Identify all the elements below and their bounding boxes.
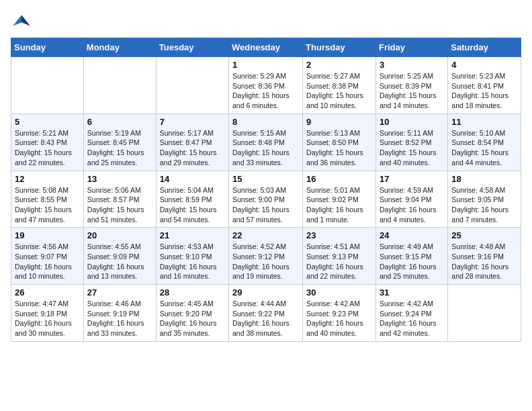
day-info: Sunrise: 4:42 AM Sunset: 9:24 PM Dayligh… <box>380 299 444 338</box>
logo-icon <box>11 11 32 32</box>
day-info: Sunrise: 4:59 AM Sunset: 9:04 PM Dayligh… <box>380 185 444 225</box>
calendar-cell: 26Sunrise: 4:47 AM Sunset: 9:18 PM Dayli… <box>11 285 84 342</box>
day-info: Sunrise: 5:13 AM Sunset: 8:50 PM Dayligh… <box>306 128 372 168</box>
day-number: 29 <box>232 287 299 298</box>
day-info: Sunrise: 4:42 AM Sunset: 9:23 PM Dayligh… <box>306 299 372 338</box>
day-info: Sunrise: 5:19 AM Sunset: 8:45 PM Dayligh… <box>87 128 152 168</box>
calendar-cell: 11Sunrise: 5:10 AM Sunset: 8:54 PM Dayli… <box>448 113 521 171</box>
calendar-header-row: SundayMondayTuesdayWednesdayThursdayFrid… <box>11 38 521 57</box>
calendar-cell: 20Sunrise: 4:55 AM Sunset: 9:09 PM Dayli… <box>83 228 156 285</box>
day-info: Sunrise: 4:44 AM Sunset: 9:22 PM Dayligh… <box>232 299 299 338</box>
page-header <box>11 11 521 32</box>
calendar-cell: 13Sunrise: 5:06 AM Sunset: 8:57 PM Dayli… <box>83 171 156 228</box>
calendar-cell: 9Sunrise: 5:13 AM Sunset: 8:50 PM Daylig… <box>303 113 376 171</box>
calendar-cell: 19Sunrise: 4:56 AM Sunset: 9:07 PM Dayli… <box>11 228 84 285</box>
day-number: 22 <box>232 230 299 240</box>
calendar-cell: 10Sunrise: 5:11 AM Sunset: 8:52 PM Dayli… <box>375 113 447 171</box>
day-number: 19 <box>15 230 80 240</box>
calendar-cell: 14Sunrise: 5:04 AM Sunset: 8:59 PM Dayli… <box>156 171 228 228</box>
calendar-cell: 29Sunrise: 4:44 AM Sunset: 9:22 PM Dayli… <box>229 285 303 342</box>
day-info: Sunrise: 5:23 AM Sunset: 8:41 PM Dayligh… <box>451 71 517 111</box>
day-info: Sunrise: 5:25 AM Sunset: 8:39 PM Dayligh… <box>380 71 444 111</box>
day-info: Sunrise: 4:45 AM Sunset: 9:20 PM Dayligh… <box>160 299 225 338</box>
calendar-cell <box>83 57 156 114</box>
day-info: Sunrise: 4:56 AM Sunset: 9:07 PM Dayligh… <box>15 242 80 281</box>
day-info: Sunrise: 4:48 AM Sunset: 9:16 PM Dayligh… <box>451 242 517 281</box>
calendar-day-header: Saturday <box>448 38 521 57</box>
day-number: 26 <box>15 287 80 298</box>
calendar-cell: 3Sunrise: 5:25 AM Sunset: 8:39 PM Daylig… <box>375 57 447 114</box>
day-number: 9 <box>306 117 372 127</box>
calendar-cell: 25Sunrise: 4:48 AM Sunset: 9:16 PM Dayli… <box>448 228 521 285</box>
day-info: Sunrise: 5:10 AM Sunset: 8:54 PM Dayligh… <box>451 128 517 168</box>
day-info: Sunrise: 5:15 AM Sunset: 8:48 PM Dayligh… <box>232 128 299 168</box>
day-info: Sunrise: 5:21 AM Sunset: 8:43 PM Dayligh… <box>15 128 80 168</box>
calendar-cell: 22Sunrise: 4:52 AM Sunset: 9:12 PM Dayli… <box>229 228 303 285</box>
day-number: 27 <box>87 287 152 298</box>
day-number: 18 <box>451 174 517 184</box>
day-info: Sunrise: 5:04 AM Sunset: 8:59 PM Dayligh… <box>160 185 225 225</box>
day-number: 6 <box>87 117 152 127</box>
calendar-cell: 27Sunrise: 4:46 AM Sunset: 9:19 PM Dayli… <box>83 285 156 342</box>
calendar-week-row: 1Sunrise: 5:29 AM Sunset: 8:36 PM Daylig… <box>11 57 521 114</box>
calendar-cell: 6Sunrise: 5:19 AM Sunset: 8:45 PM Daylig… <box>83 113 156 171</box>
day-number: 17 <box>380 174 444 184</box>
day-info: Sunrise: 5:11 AM Sunset: 8:52 PM Dayligh… <box>380 128 444 168</box>
calendar-cell: 30Sunrise: 4:42 AM Sunset: 9:23 PM Dayli… <box>303 285 376 342</box>
calendar-cell: 24Sunrise: 4:49 AM Sunset: 9:15 PM Dayli… <box>375 228 447 285</box>
calendar-day-header: Sunday <box>11 38 84 57</box>
calendar-day-header: Monday <box>83 38 156 57</box>
day-number: 7 <box>160 117 225 127</box>
calendar-week-row: 19Sunrise: 4:56 AM Sunset: 9:07 PM Dayli… <box>11 228 521 285</box>
calendar-cell <box>11 57 84 114</box>
day-number: 12 <box>15 174 80 184</box>
day-number: 11 <box>451 117 517 127</box>
day-number: 14 <box>160 174 225 184</box>
calendar-week-row: 12Sunrise: 5:08 AM Sunset: 8:55 PM Dayli… <box>11 171 521 228</box>
day-info: Sunrise: 5:01 AM Sunset: 9:02 PM Dayligh… <box>306 185 372 225</box>
calendar-day-header: Friday <box>375 38 447 57</box>
day-number: 21 <box>160 230 225 240</box>
calendar-day-header: Thursday <box>303 38 376 57</box>
calendar-cell: 12Sunrise: 5:08 AM Sunset: 8:55 PM Dayli… <box>11 171 84 228</box>
calendar-cell: 17Sunrise: 4:59 AM Sunset: 9:04 PM Dayli… <box>375 171 447 228</box>
calendar-day-header: Wednesday <box>229 38 303 57</box>
day-number: 3 <box>380 60 444 70</box>
day-info: Sunrise: 5:27 AM Sunset: 8:38 PM Dayligh… <box>306 71 372 111</box>
day-info: Sunrise: 4:53 AM Sunset: 9:10 PM Dayligh… <box>160 242 225 281</box>
day-number: 4 <box>451 60 517 70</box>
day-info: Sunrise: 4:58 AM Sunset: 9:05 PM Dayligh… <box>451 185 517 225</box>
day-number: 30 <box>306 287 372 298</box>
calendar-table: SundayMondayTuesdayWednesdayThursdayFrid… <box>11 38 521 342</box>
day-info: Sunrise: 4:46 AM Sunset: 9:19 PM Dayligh… <box>87 299 152 338</box>
calendar-cell: 28Sunrise: 4:45 AM Sunset: 9:20 PM Dayli… <box>156 285 228 342</box>
day-info: Sunrise: 5:29 AM Sunset: 8:36 PM Dayligh… <box>232 71 299 111</box>
calendar-day-header: Tuesday <box>156 38 228 57</box>
day-number: 10 <box>380 117 444 127</box>
day-number: 16 <box>306 174 372 184</box>
calendar-cell: 15Sunrise: 5:03 AM Sunset: 9:00 PM Dayli… <box>229 171 303 228</box>
calendar-cell: 18Sunrise: 4:58 AM Sunset: 9:05 PM Dayli… <box>448 171 521 228</box>
calendar-week-row: 5Sunrise: 5:21 AM Sunset: 8:43 PM Daylig… <box>11 113 521 171</box>
calendar-cell: 16Sunrise: 5:01 AM Sunset: 9:02 PM Dayli… <box>303 171 376 228</box>
day-number: 15 <box>232 174 299 184</box>
calendar-cell: 23Sunrise: 4:51 AM Sunset: 9:13 PM Dayli… <box>303 228 376 285</box>
calendar-cell: 2Sunrise: 5:27 AM Sunset: 8:38 PM Daylig… <box>303 57 376 114</box>
day-number: 24 <box>380 230 444 240</box>
day-info: Sunrise: 4:51 AM Sunset: 9:13 PM Dayligh… <box>306 242 372 281</box>
calendar-cell: 8Sunrise: 5:15 AM Sunset: 8:48 PM Daylig… <box>229 113 303 171</box>
calendar-cell: 1Sunrise: 5:29 AM Sunset: 8:36 PM Daylig… <box>229 57 303 114</box>
day-number: 20 <box>87 230 152 240</box>
day-info: Sunrise: 4:55 AM Sunset: 9:09 PM Dayligh… <box>87 242 152 281</box>
day-number: 2 <box>306 60 372 70</box>
day-info: Sunrise: 5:17 AM Sunset: 8:47 PM Dayligh… <box>160 128 225 168</box>
day-number: 31 <box>380 287 444 298</box>
day-info: Sunrise: 4:52 AM Sunset: 9:12 PM Dayligh… <box>232 242 299 281</box>
calendar-cell <box>448 285 521 342</box>
day-number: 28 <box>160 287 225 298</box>
calendar-cell <box>156 57 228 114</box>
day-info: Sunrise: 5:03 AM Sunset: 9:00 PM Dayligh… <box>232 185 299 225</box>
calendar-cell: 5Sunrise: 5:21 AM Sunset: 8:43 PM Daylig… <box>11 113 84 171</box>
calendar-week-row: 26Sunrise: 4:47 AM Sunset: 9:18 PM Dayli… <box>11 285 521 342</box>
day-number: 1 <box>232 60 299 70</box>
